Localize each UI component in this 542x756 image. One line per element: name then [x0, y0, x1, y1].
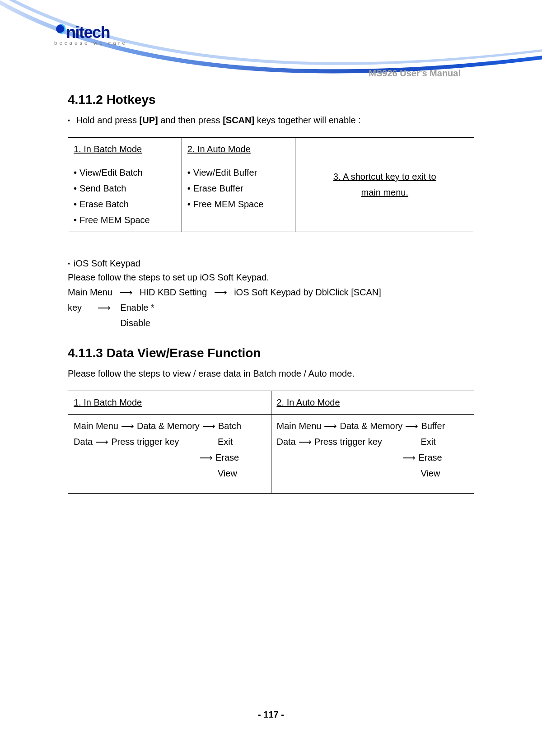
- ios-step-keypad: iOS Soft Keypad by DblClick [SCAN]: [234, 287, 381, 297]
- brand-logo: nitech because we care: [54, 22, 127, 46]
- ios-flow: Main Menu ⟶ HID KBD Setting ⟶ iOS Soft K…: [68, 285, 474, 331]
- flow-step: Data & Memory: [137, 421, 200, 431]
- flow-opt: View: [218, 468, 237, 478]
- flow-step: Press trigger key: [314, 437, 382, 447]
- flow-opt: Erase: [418, 453, 442, 462]
- t2-auto-flow: Main Menu⟶Data & Memory⟶Buffer Data⟶Pres…: [271, 415, 474, 494]
- t1-col1-body: View/Edit Batch Send Batch Erase Batch F…: [68, 161, 182, 232]
- ios-step-main: Main Menu: [68, 287, 112, 297]
- arrow-right-icon: ⟶: [214, 287, 227, 297]
- list-item: Erase Buffer: [187, 181, 290, 196]
- flow-step: Press trigger key: [111, 437, 179, 447]
- flow-opt: Erase: [215, 453, 239, 462]
- logo-tagline: because we care: [54, 40, 127, 46]
- arrow-right-icon: ⟶: [405, 421, 418, 431]
- arrow-right-icon: ⟶: [200, 453, 213, 462]
- list-item: View/Edit Buffer: [187, 165, 290, 181]
- ios-step-hid: HID KBD Setting: [140, 287, 207, 297]
- list-item: Send Batch: [74, 181, 176, 196]
- flow-step: Batch: [218, 421, 241, 431]
- arrow-right-icon: ⟶: [299, 437, 312, 447]
- flow-opt: View: [421, 468, 440, 478]
- flow-opt: Exit: [218, 437, 233, 447]
- page-number: - 117 -: [0, 709, 542, 720]
- flow-step: Data: [74, 437, 93, 447]
- arrow-right-icon: ⟶: [98, 303, 111, 313]
- arrow-right-icon: ⟶: [120, 287, 133, 297]
- arrow-right-icon: ⟶: [324, 421, 337, 431]
- list-item: Erase Batch: [74, 196, 176, 212]
- flow-step: Main Menu: [74, 421, 118, 431]
- ios-key-label: key: [68, 300, 90, 315]
- flow-step: Data & Memory: [340, 421, 402, 431]
- list-item: Free MEM Space: [187, 196, 290, 212]
- t1-col1-head: 1. In Batch Mode: [74, 144, 142, 154]
- t1-col2-body: View/Edit Buffer Erase Buffer Free MEM S…: [182, 161, 295, 232]
- list-item: View/Edit Batch: [74, 165, 176, 181]
- arrow-right-icon: ⟶: [121, 421, 134, 431]
- t2-col1-head: 1. In Batch Mode: [74, 397, 142, 407]
- t1-col3: 3. A shortcut key to exit to main menu.: [295, 138, 474, 232]
- flow-step: Buffer: [421, 421, 445, 431]
- text-suffix: keys together will enable :: [254, 115, 361, 125]
- section-heading-hotkeys: 4.11.2 Hotkeys: [68, 93, 474, 107]
- scan-key: [SCAN]: [223, 115, 254, 125]
- logo-brand-text: nitech: [66, 23, 110, 42]
- t1-col2-head: 2. In Auto Mode: [187, 144, 251, 154]
- arrow-right-icon: ⟶: [95, 437, 108, 447]
- text-mid: and then press: [158, 115, 223, 125]
- flow-step: Data: [277, 437, 296, 447]
- hotkeys-instruction: Hold and press [UP] and then press [SCAN…: [68, 113, 474, 127]
- ios-opt-enable: Enable *: [120, 303, 154, 313]
- ios-title: iOS Soft Keypad: [68, 257, 474, 271]
- dataview-table: 1. In Batch Mode 2. In Auto Mode Main Me…: [68, 391, 474, 494]
- page-content: 4.11.2 Hotkeys Hold and press [UP] and t…: [68, 93, 474, 494]
- flow-opt: Exit: [421, 437, 435, 447]
- t1-col3-line1: 3. A shortcut key to exit to: [301, 169, 468, 185]
- t2-col2-head: 2. In Auto Mode: [277, 397, 340, 407]
- list-item: Free MEM Space: [74, 212, 176, 228]
- document-title: MS926 User's Manual: [369, 68, 461, 79]
- dataview-intro: Please follow the steps to view / erase …: [68, 367, 474, 381]
- ios-opt-disable: Disable: [120, 318, 150, 328]
- arrow-right-icon: ⟶: [402, 453, 416, 462]
- arrow-right-icon: ⟶: [202, 421, 215, 431]
- up-key: [UP]: [140, 115, 158, 125]
- t1-col3-line2: main menu.: [301, 185, 468, 201]
- flow-step: Main Menu: [277, 421, 322, 431]
- ios-setup-line: Please follow the steps to set up iOS So…: [68, 271, 474, 285]
- text-prefix: Hold and press: [76, 115, 140, 125]
- hotkeys-table: 1. In Batch Mode 2. In Auto Mode 3. A sh…: [68, 137, 474, 232]
- t2-batch-flow: Main Menu⟶Data & Memory⟶Batch Data⟶Press…: [68, 415, 271, 494]
- section-heading-dataview: 4.11.3 Data View/Erase Function: [68, 346, 474, 360]
